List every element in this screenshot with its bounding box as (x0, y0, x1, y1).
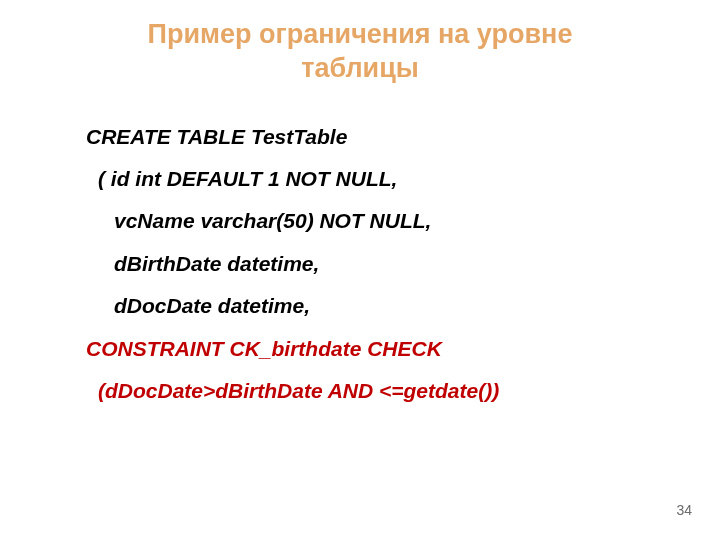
code-line-4: dBirthDate datetime, (86, 249, 680, 279)
code-line-1: CREATE TABLE TestTable (86, 122, 680, 152)
code-line-3: vcName varchar(50) NOT NULL, (86, 206, 680, 236)
slide-content: Пример ограничения на уровне таблицы CRE… (0, 0, 720, 407)
code-block: CREATE TABLE TestTable ( id int DEFAULT … (40, 122, 680, 407)
code-line-6: CONSTRAINT CK_birthdate CHECK (86, 334, 680, 364)
code-line-7: (dDocDate>dBirthDate AND <=getdate()) (86, 376, 680, 406)
page-number: 34 (676, 502, 692, 518)
slide-title: Пример ограничения на уровне таблицы (100, 18, 620, 86)
code-line-2: ( id int DEFAULT 1 NOT NULL, (86, 164, 680, 194)
code-line-5: dDocDate datetime, (86, 291, 680, 321)
